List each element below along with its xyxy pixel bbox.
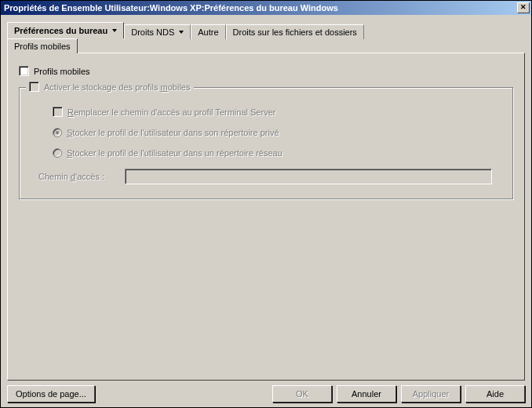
close-button[interactable]: ✕ (517, 2, 530, 13)
replace-terminal-server-checkbox[interactable]: Remplacer le chemin d'accès au profil Te… (53, 107, 492, 117)
replace-label: Remplacer le chemin d'accès au profil Te… (67, 107, 275, 117)
chevron-down-icon (179, 31, 184, 34)
dialog-body: Préférences du bureau Droits NDS Autre D… (1, 15, 531, 407)
subtab-label: Profils mobiles (14, 42, 71, 51)
store-network-radio[interactable]: Stocker le profil de l'utilisateur dans … (53, 148, 492, 158)
close-icon: ✕ (520, 3, 527, 11)
ok-button[interactable]: OK (272, 385, 332, 403)
checkbox-icon (19, 66, 29, 76)
dialog-window: Propriétés de Ensemble Utilisateur:Windo… (0, 0, 532, 408)
tab-droits-fichiers[interactable]: Droits sur les fichiers et dossiers (226, 24, 364, 39)
window-title: Propriétés de Ensemble Utilisateur:Windo… (4, 3, 517, 13)
help-button[interactable]: Aide (465, 385, 525, 403)
radio-icon (53, 148, 62, 158)
store-network-label: Stocker le profil de l'utilisateur dans … (67, 148, 282, 158)
chevron-down-icon (112, 29, 117, 32)
group-legend-label: Activer le stockage des profils mobiles (44, 82, 191, 92)
tab-row: Préférences du bureau Droits NDS Autre D… (7, 21, 525, 38)
store-private-label: Stocker le profil de l'utilisateur dans … (67, 128, 279, 137)
store-private-radio[interactable]: Stocker le profil de l'utilisateur dans … (53, 128, 492, 137)
radio-icon (53, 128, 62, 137)
cancel-button[interactable]: Annuler (337, 385, 396, 403)
profils-mobiles-label: Profils mobiles (34, 67, 90, 76)
profils-mobiles-checkbox-row[interactable]: Profils mobiles (19, 66, 513, 76)
path-input[interactable] (125, 169, 492, 184)
button-label: Appliquer (413, 389, 449, 399)
button-label: Aide (486, 389, 504, 399)
tab-autre[interactable]: Autre (191, 24, 225, 39)
tab-preferences-bureau[interactable]: Préférences du bureau (7, 22, 124, 38)
tab-droits-nds[interactable]: Droits NDS (124, 24, 191, 39)
button-bar: Options de page... OK Annuler Appliquer … (7, 381, 525, 403)
apply-button[interactable]: Appliquer (401, 385, 461, 403)
tab-panel: Profils mobiles Activer le stockage des … (7, 53, 525, 381)
button-label: Annuler (352, 389, 381, 399)
roaming-profile-groupbox: Activer le stockage des profils mobiles … (19, 87, 513, 199)
tab-label: Droits NDS (131, 27, 174, 37)
tab-label: Droits sur les fichiers et dossiers (233, 27, 357, 37)
path-label: Chemin d'accès : (38, 172, 117, 181)
path-row: Chemin d'accès : (38, 169, 492, 184)
tab-label: Autre (198, 27, 218, 37)
groupbox-legend[interactable]: Activer le stockage des profils mobiles (26, 82, 194, 92)
button-label: OK (296, 389, 308, 399)
subtab-profils-mobiles[interactable]: Profils mobiles (7, 38, 78, 53)
button-label: Options de page... (16, 389, 86, 399)
titlebar: Propriétés de Ensemble Utilisateur:Windo… (1, 1, 531, 15)
tab-label: Préférences du bureau (14, 26, 107, 35)
checkbox-icon (29, 82, 39, 92)
checkbox-icon (53, 107, 63, 117)
page-options-button[interactable]: Options de page... (7, 385, 95, 403)
subtab-row: Profils mobiles (7, 38, 525, 53)
